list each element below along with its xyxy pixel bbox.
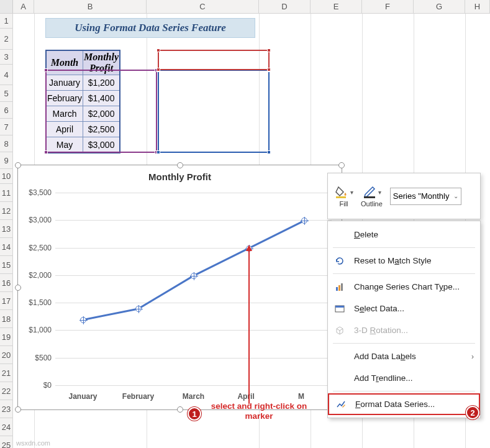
cell-month[interactable]: April — [46, 122, 83, 137]
watermark: wsxdn.com — [16, 439, 50, 447]
col-header-F[interactable]: F — [362, 0, 414, 13]
col-header-A[interactable]: A — [13, 0, 34, 13]
row-header-12[interactable]: 12 — [0, 202, 12, 220]
table-row: February$1,400 — [46, 91, 120, 106]
mini-toolbar: ▾ Fill ▾ Outline Series "Monthly ⌄ — [327, 173, 481, 219]
annotation-arrow — [245, 245, 253, 405]
menu-add-data-labels[interactable]: Add Data Labels › — [328, 345, 480, 367]
row-header-5[interactable]: 5 — [0, 85, 12, 102]
menu-delete[interactable]: Delete — [328, 224, 480, 245]
chart-title[interactable]: Monthly Profit — [18, 171, 342, 182]
row-header-15[interactable]: 15 — [0, 256, 12, 274]
chart-marker[interactable] — [191, 273, 197, 279]
header-month[interactable]: Month — [46, 50, 83, 75]
fill-button[interactable]: ▾ Fill — [334, 185, 353, 208]
row-header-4[interactable]: 4 — [0, 65, 12, 85]
context-menu: Delete Reset to Match Style Change Serie… — [327, 221, 481, 418]
svg-rect-6 — [335, 306, 344, 308]
chart-plot-area[interactable]: $0 $500 $1,000 $1,500 $2,000 $2,500 $3,0… — [55, 193, 332, 386]
col-header-H[interactable]: H — [465, 0, 490, 13]
y-axis-label: $2,500 — [23, 244, 52, 252]
series-combo[interactable]: Series "Monthly ⌄ — [390, 188, 461, 205]
chart-data-series[interactable] — [55, 193, 332, 386]
chart-object[interactable]: Monthly Profit $0 $500 $1,000 $1,500 $2,… — [17, 165, 342, 410]
row-header-9[interactable]: 9 — [0, 152, 12, 169]
menu-select-data[interactable]: Select Data... — [328, 298, 480, 319]
y-axis-label: $3,000 — [23, 216, 52, 224]
y-axis-label: $0 — [23, 381, 52, 390]
row-header-18[interactable]: 18 — [0, 310, 12, 328]
annotation-badge-1: 1 — [188, 407, 201, 421]
y-axis-label: $1,000 — [23, 326, 52, 334]
row-header-19[interactable]: 19 — [0, 328, 12, 346]
x-axis-label: M — [298, 392, 304, 401]
row-headers: 1 2 3 4 5 6 7 8 9 10 11 12 13 14 15 16 1… — [0, 14, 13, 448]
row-header-20[interactable]: 20 — [0, 346, 12, 364]
blank-icon — [334, 229, 345, 240]
row-header-1[interactable]: 1 — [0, 14, 12, 29]
row-header-25[interactable]: 25 — [0, 436, 12, 448]
col-header-E[interactable]: E — [311, 0, 362, 13]
cell-profit[interactable]: $1,200 — [83, 75, 120, 91]
row-header-8[interactable]: 8 — [0, 135, 12, 152]
y-axis-label: $2,000 — [23, 271, 52, 280]
series-combo-text: Series "Monthly — [393, 191, 450, 201]
row-header-10[interactable]: 10 — [0, 169, 12, 184]
cell-month[interactable]: March — [46, 106, 83, 122]
col-header-C[interactable]: C — [147, 0, 259, 13]
row-header-16[interactable]: 16 — [0, 274, 12, 292]
cube-icon — [334, 325, 345, 336]
row-header-21[interactable]: 21 — [0, 364, 12, 382]
row-header-13[interactable]: 13 — [0, 220, 12, 238]
menu-add-trendline[interactable]: Add Trendline... — [328, 367, 480, 389]
cell-profit[interactable]: $3,000 — [83, 137, 120, 153]
col-header-B[interactable]: B — [34, 0, 147, 13]
col-header-D[interactable]: D — [259, 0, 311, 13]
outline-button[interactable]: ▾ Outline — [361, 185, 383, 208]
row-header-6[interactable]: 6 — [0, 102, 12, 119]
menu-3d-rotation: 3-D Rotation... — [328, 319, 480, 341]
menu-reset-match-style[interactable]: Reset to Match Style — [328, 250, 480, 272]
row-header-2[interactable]: 2 — [0, 29, 12, 50]
fill-label: Fill — [339, 200, 348, 208]
cell-profit[interactable]: $2,000 — [83, 106, 120, 122]
chevron-down-icon: ⌄ — [453, 193, 458, 199]
cell-profit[interactable]: $2,500 — [83, 122, 120, 137]
cell-profit[interactable]: $1,400 — [83, 91, 120, 106]
cell-month[interactable]: February — [46, 91, 83, 106]
svg-rect-4 — [341, 283, 343, 291]
row-header-24[interactable]: 24 — [0, 418, 12, 436]
header-profit[interactable]: Monthly Profit — [83, 50, 120, 75]
menu-change-chart-type[interactable]: Change Series Chart Type... — [328, 276, 480, 298]
cell-month[interactable]: January — [46, 75, 83, 91]
row-header-11[interactable]: 11 — [0, 184, 12, 202]
y-axis-label: $1,500 — [23, 298, 52, 307]
outline-pen-icon — [362, 185, 378, 198]
fill-bucket-icon — [334, 185, 350, 198]
title-cell: Using Format Data Series Feature — [45, 18, 255, 38]
table-row: January$1,200 — [46, 75, 120, 91]
row-header-17[interactable]: 17 — [0, 292, 12, 310]
blank-icon — [334, 373, 345, 384]
format-series-icon — [335, 399, 347, 410]
svg-rect-0 — [336, 196, 346, 198]
chart-marker[interactable] — [80, 317, 86, 323]
reset-icon — [334, 255, 345, 267]
row-header-14[interactable]: 14 — [0, 238, 12, 256]
row-header-3[interactable]: 3 — [0, 50, 12, 65]
svg-rect-1 — [364, 196, 375, 198]
chart-marker[interactable] — [301, 217, 307, 224]
annotation-badge-2: 2 — [466, 406, 479, 419]
row-header-22[interactable]: 22 — [0, 382, 12, 400]
row-header-7[interactable]: 7 — [0, 119, 12, 135]
menu-format-data-series[interactable]: Format Data Series... — [328, 393, 480, 415]
x-axis-label: February — [122, 392, 154, 401]
col-header-G[interactable]: G — [414, 0, 465, 13]
cell-month[interactable]: May — [46, 137, 83, 153]
x-axis-label: January — [68, 392, 97, 401]
svg-rect-3 — [338, 285, 340, 291]
chart-marker[interactable] — [135, 306, 142, 312]
svg-marker-8 — [246, 245, 252, 251]
outline-label: Outline — [361, 200, 383, 208]
row-header-23[interactable]: 23 — [0, 400, 12, 418]
